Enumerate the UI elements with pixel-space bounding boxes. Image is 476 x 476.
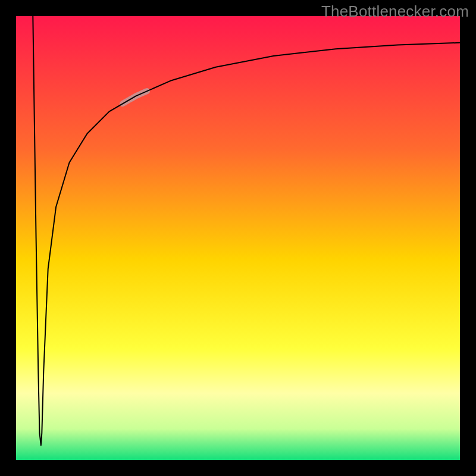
plot-background bbox=[16, 16, 460, 460]
watermark-text: TheBottlenecker.com bbox=[321, 2, 469, 21]
chart-svg bbox=[0, 0, 476, 476]
chart-stage: TheBottlenecker.com bbox=[0, 0, 476, 476]
